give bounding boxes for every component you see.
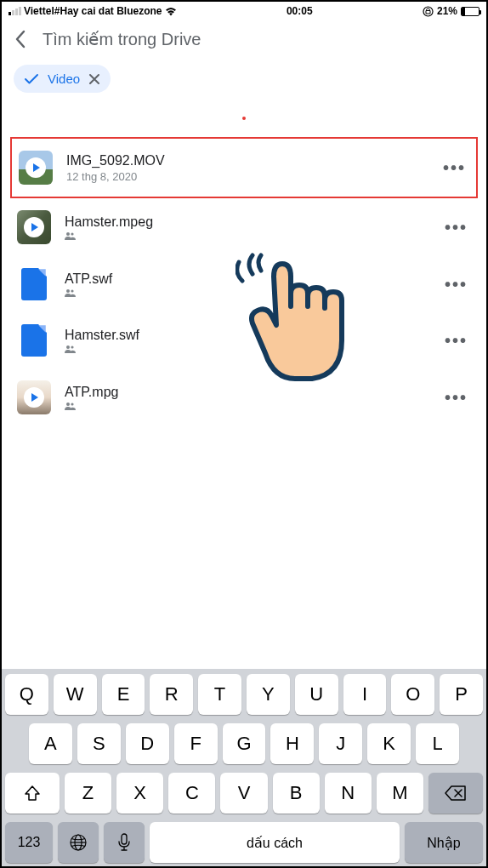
- key-r[interactable]: R: [150, 674, 193, 715]
- keyboard: Q W E R T Y U I O P A S D F G H J K L Z …: [2, 669, 486, 866]
- svg-point-1: [66, 232, 70, 236]
- list-item[interactable]: ATP.mpg •••: [14, 368, 474, 426]
- backspace-icon: [445, 785, 467, 802]
- filter-label: Video: [48, 71, 80, 86]
- svg-rect-12: [122, 834, 127, 844]
- svg-point-4: [71, 289, 73, 292]
- video-thumbnail: [17, 380, 51, 414]
- keyboard-row-2: A S D F G H J K L: [5, 723, 483, 764]
- svg-point-5: [66, 345, 70, 349]
- key-n[interactable]: N: [325, 773, 372, 814]
- svg-point-3: [66, 289, 70, 293]
- key-shift[interactable]: [5, 773, 60, 814]
- key-mic[interactable]: [104, 822, 145, 863]
- key-o[interactable]: O: [391, 674, 434, 715]
- back-icon[interactable]: [14, 29, 27, 49]
- key-g[interactable]: G: [223, 723, 266, 764]
- file-meta: [65, 231, 428, 240]
- key-globe[interactable]: [58, 822, 99, 863]
- file-info: ATP.swf: [65, 271, 428, 297]
- list-item[interactable]: Hamster.swf •••: [14, 312, 474, 368]
- search-input[interactable]: [43, 30, 474, 49]
- video-thumbnail: [17, 210, 51, 244]
- filter-chip-video[interactable]: Video: [14, 65, 111, 93]
- more-button[interactable]: •••: [441, 275, 471, 294]
- file-meta: [65, 288, 428, 297]
- close-icon[interactable]: [88, 73, 100, 85]
- svg-point-2: [71, 232, 73, 235]
- key-m[interactable]: M: [377, 773, 423, 814]
- battery-icon: [461, 7, 479, 16]
- orientation-lock-icon: [423, 6, 434, 17]
- list-item[interactable]: IMG_5092.MOV 12 thg 8, 2020 •••: [10, 137, 478, 198]
- annotation-dot: [242, 117, 246, 120]
- file-list: IMG_5092.MOV 12 thg 8, 2020 ••• Hamster.…: [2, 137, 486, 426]
- key-z[interactable]: Z: [65, 773, 111, 814]
- key-t[interactable]: T: [198, 674, 241, 715]
- svg-point-6: [71, 345, 73, 348]
- more-button[interactable]: •••: [441, 388, 471, 408]
- key-i[interactable]: I: [343, 674, 387, 715]
- key-x[interactable]: X: [116, 773, 163, 814]
- status-left: Viettel#Hay cai dat Bluezone: [9, 5, 177, 17]
- list-item[interactable]: Hamster.mpeg •••: [14, 198, 474, 256]
- key-u[interactable]: U: [295, 674, 338, 715]
- key-b[interactable]: B: [273, 773, 320, 814]
- file-info: ATP.mpg: [65, 385, 428, 410]
- key-j[interactable]: J: [319, 723, 362, 764]
- key-k[interactable]: K: [367, 723, 411, 764]
- key-enter[interactable]: Nhập: [405, 822, 483, 863]
- key-l[interactable]: L: [416, 723, 459, 764]
- globe-icon: [69, 833, 88, 852]
- more-button[interactable]: •••: [441, 218, 471, 237]
- carrier-text: Viettel#Hay cai dat Bluezone: [24, 5, 162, 17]
- shared-icon: [65, 345, 77, 353]
- key-e[interactable]: E: [102, 674, 145, 715]
- svg-point-8: [71, 403, 73, 405]
- svg-point-7: [66, 403, 70, 406]
- file-name: Hamster.swf: [65, 328, 428, 343]
- keyboard-row-1: Q W E R T Y U I O P: [5, 674, 483, 715]
- key-s[interactable]: S: [77, 723, 121, 764]
- play-icon: [26, 157, 46, 178]
- file-icon: [21, 268, 47, 300]
- play-icon: [24, 387, 44, 408]
- shared-icon: [65, 288, 77, 297]
- more-button[interactable]: •••: [441, 331, 471, 351]
- shared-icon: [65, 231, 77, 240]
- check-icon: [24, 73, 39, 85]
- file-meta: [65, 345, 428, 353]
- list-item[interactable]: ATP.swf •••: [14, 256, 474, 312]
- file-name: ATP.swf: [65, 271, 428, 287]
- shift-icon: [24, 785, 41, 802]
- wifi-icon: [165, 7, 177, 16]
- more-button[interactable]: •••: [440, 158, 469, 178]
- file-info: Hamster.swf: [65, 328, 428, 353]
- file-name: Hamster.mpeg: [65, 214, 428, 230]
- key-a[interactable]: A: [29, 723, 72, 764]
- status-bar: Viettel#Hay cai dat Bluezone 00:05 21%: [2, 2, 486, 20]
- key-space[interactable]: dấu cách: [150, 822, 400, 863]
- keyboard-row-3: Z X C V B N M: [5, 773, 483, 814]
- battery-fill: [462, 8, 465, 15]
- key-c[interactable]: C: [168, 773, 215, 814]
- mic-icon: [117, 833, 131, 852]
- file-meta: 12 thg 8, 2020: [66, 170, 426, 183]
- filter-row: Video: [2, 65, 486, 108]
- key-d[interactable]: D: [126, 723, 169, 764]
- key-numbers[interactable]: 123: [5, 822, 53, 863]
- key-p[interactable]: P: [440, 674, 483, 715]
- key-w[interactable]: W: [54, 674, 97, 715]
- status-time: 00:05: [287, 5, 313, 17]
- key-y[interactable]: Y: [247, 674, 290, 715]
- key-f[interactable]: F: [174, 723, 218, 764]
- shared-icon: [65, 402, 77, 410]
- file-info: IMG_5092.MOV 12 thg 8, 2020: [66, 153, 426, 183]
- key-q[interactable]: Q: [5, 674, 48, 715]
- key-v[interactable]: V: [220, 773, 267, 814]
- key-backspace[interactable]: [428, 773, 483, 814]
- file-meta: [65, 402, 428, 410]
- file-info: Hamster.mpeg: [65, 214, 428, 240]
- key-h[interactable]: H: [270, 723, 314, 764]
- file-name: ATP.mpg: [65, 385, 428, 400]
